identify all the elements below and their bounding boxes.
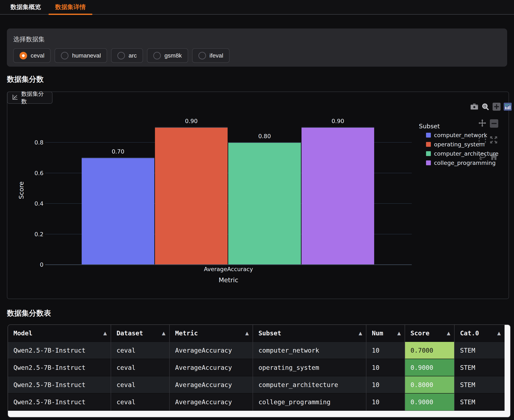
sort-ascending-icon[interactable]: ▲ <box>162 330 165 336</box>
y-tick-label: 0.2 <box>18 231 44 237</box>
dataset-radio-group: cevalhumanevalarcgsm8kifeval <box>13 48 501 63</box>
tab-dataset-overview[interactable]: 数据集概览 <box>3 0 48 14</box>
table-header-row: Model▲Dataset▲Metric▲Subset▲Num▲Score▲Ca… <box>8 325 505 342</box>
cell-metric: AverageAccuracy <box>170 342 253 359</box>
radio-circle-icon <box>117 52 125 60</box>
legend-item-computer_architecture[interactable]: computer_architecture <box>426 150 499 157</box>
column-header-inner: Dataset▲ <box>111 330 169 337</box>
cell-score: 0.7000 <box>405 342 454 359</box>
y-tick-label: 0.8 <box>18 139 44 146</box>
app-root: 数据集概览数据集详情 选择数据集 cevalhumanevalarcgsm8ki… <box>0 0 514 420</box>
table-horizontal-scrollbar[interactable] <box>8 411 510 417</box>
cell-metric: AverageAccuracy <box>170 393 253 411</box>
cell-cat0: STEM <box>454 376 505 393</box>
table-row: Qwen2.5-7B-InstructcevalAverageAccuracyc… <box>8 342 505 359</box>
column-header-label: Model <box>14 330 32 337</box>
legend-item-label: computer_architecture <box>434 150 499 157</box>
cell-subset: operating_system <box>253 359 366 376</box>
sort-ascending-icon[interactable]: ▲ <box>497 330 501 336</box>
bar-college_programming[interactable] <box>302 127 374 264</box>
cell-cat0: STEM <box>454 393 505 411</box>
column-header-score[interactable]: Score▲ <box>405 325 454 342</box>
radio-option-label: ifeval <box>209 52 223 59</box>
cell-dataset: ceval <box>111 376 170 393</box>
cell-score: 0.9000 <box>405 393 454 411</box>
bar-computer_network[interactable] <box>82 158 154 264</box>
sort-ascending-icon[interactable]: ▲ <box>397 330 401 336</box>
legend-swatch-icon <box>426 151 431 156</box>
bar-value-label: 0.80 <box>258 133 271 139</box>
column-header-label: Dataset <box>117 330 143 337</box>
column-header-inner: Cat.0▲ <box>454 330 505 337</box>
chart-section-heading: 数据集分数 <box>7 74 44 84</box>
scores-table-viewport: Model▲Dataset▲Metric▲Subset▲Num▲Score▲Ca… <box>8 325 505 411</box>
home-icon[interactable] <box>490 152 498 162</box>
tab-bar: 数据集概览数据集详情 <box>0 0 514 15</box>
column-header-inner: Score▲ <box>405 330 454 337</box>
box-select-icon[interactable] <box>478 136 486 145</box>
column-header-label: Subset <box>259 330 281 337</box>
lasso-select-icon[interactable] <box>478 152 487 162</box>
column-header-cat0[interactable]: Cat.0▲ <box>454 325 505 342</box>
cell-subset: computer_network <box>253 342 366 359</box>
column-header-label: Cat.0 <box>460 330 479 337</box>
y-tick-label: 0 <box>18 262 44 268</box>
sort-ascending-icon[interactable]: ▲ <box>103 330 107 336</box>
legend-item-operating_system[interactable]: operating_system <box>426 141 484 148</box>
table-row: Qwen2.5-7B-InstructcevalAverageAccuracyc… <box>8 376 505 393</box>
radio-circle-icon <box>20 52 27 60</box>
legend-swatch-icon <box>426 133 431 138</box>
column-header-label: Metric <box>175 330 198 337</box>
column-header-subset[interactable]: Subset▲ <box>253 325 366 342</box>
radio-option-label: ceval <box>31 52 44 59</box>
tab-label: 数据集详情 <box>55 3 86 11</box>
dataset-selector-label: 选择数据集 <box>13 35 501 44</box>
radio-circle-icon <box>153 52 161 60</box>
dataset-option-ceval[interactable]: ceval <box>13 48 51 63</box>
legend-swatch-icon <box>426 142 431 147</box>
autoscale-icon[interactable] <box>489 136 498 145</box>
table-row: Qwen2.5-7B-InstructcevalAverageAccuracyo… <box>8 359 505 376</box>
bar-operating_system[interactable] <box>155 127 228 264</box>
radio-option-label: humaneval <box>72 52 101 59</box>
bar-computer_architecture[interactable] <box>228 142 301 264</box>
sort-ascending-icon[interactable]: ▲ <box>359 330 362 336</box>
cell-cat0: STEM <box>454 359 505 376</box>
sort-ascending-icon[interactable]: ▲ <box>447 330 450 336</box>
column-header-inner: Model▲ <box>8 330 111 337</box>
dataset-option-arc[interactable]: arc <box>111 48 143 63</box>
radio-option-label: gsm8k <box>164 52 182 59</box>
zoom-out-icon[interactable] <box>490 119 498 128</box>
y-tick-label: 0.4 <box>18 200 44 207</box>
dataset-option-ifeval[interactable]: ifeval <box>192 48 230 63</box>
cell-dataset: ceval <box>111 393 170 411</box>
table-section-heading: 数据集分数表 <box>7 308 51 318</box>
sort-ascending-icon[interactable]: ▲ <box>245 330 249 336</box>
column-header-metric[interactable]: Metric▲ <box>170 325 253 342</box>
chart-panel: 数据集分数 00.20.40.60.80.700.900.800.90Score… <box>7 91 509 299</box>
table-vertical-scrollbar[interactable] <box>505 325 510 411</box>
y-axis-title: Score <box>18 181 25 199</box>
column-header-num[interactable]: Num▲ <box>366 325 405 342</box>
cell-num: 10 <box>366 376 405 393</box>
legend-title: Subset <box>419 123 440 130</box>
bar-value-label: 0.90 <box>185 118 198 124</box>
column-header-label: Num <box>372 330 383 337</box>
cell-model: Qwen2.5-7B-Instruct <box>8 359 111 376</box>
column-header-dataset[interactable]: Dataset▲ <box>111 325 170 342</box>
dataset-option-gsm8k[interactable]: gsm8k <box>147 48 188 63</box>
pan-icon[interactable] <box>478 119 486 128</box>
cell-num: 10 <box>366 359 405 376</box>
cell-score: 0.8000 <box>405 376 454 393</box>
tab-dataset-details[interactable]: 数据集详情 <box>48 0 93 14</box>
y-tick-label: 0.6 <box>18 170 44 176</box>
scores-table: Model▲Dataset▲Metric▲Subset▲Num▲Score▲Ca… <box>8 325 505 411</box>
column-header-model[interactable]: Model▲ <box>8 325 111 342</box>
cell-metric: AverageAccuracy <box>170 376 253 393</box>
column-header-inner: Subset▲ <box>253 330 366 337</box>
dataset-option-humaneval[interactable]: humaneval <box>55 48 107 63</box>
legend-swatch-icon <box>426 160 431 165</box>
bar-value-label: 0.70 <box>112 148 124 155</box>
cell-num: 10 <box>366 393 405 411</box>
cell-dataset: ceval <box>111 342 170 359</box>
